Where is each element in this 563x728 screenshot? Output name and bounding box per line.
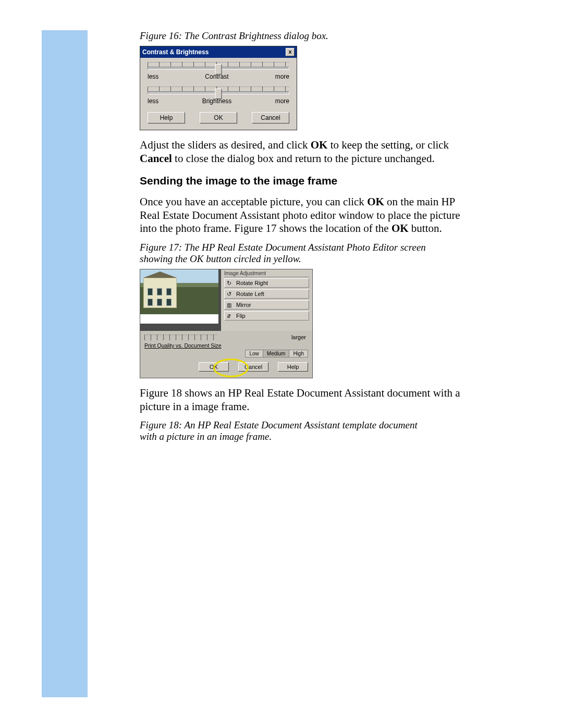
size-slider-row: larger — [140, 331, 312, 341]
rotate-right-icon — [227, 280, 233, 286]
house-photo — [140, 269, 218, 314]
document-page: Figure 16: The Contrast Brightness dialo… — [0, 0, 563, 728]
left-margin-bar — [42, 30, 88, 697]
photo-editor-screenshot: Image Adjustment Rotate Right Rotate Lef… — [140, 269, 313, 378]
quality-row: Print Quality vs. Document Size — [140, 341, 312, 350]
contrast-thumb[interactable] — [215, 64, 222, 75]
quality-high[interactable]: High — [289, 350, 308, 357]
close-icon[interactable]: x — [286, 48, 295, 56]
size-slider[interactable] — [144, 335, 217, 340]
dialog-button-row: Help OK Cancel — [140, 107, 297, 130]
flip-label: Flip — [236, 313, 246, 319]
help-button[interactable]: Help — [148, 112, 185, 124]
image-adjustment-panel: Image Adjustment Rotate Right Rotate Lef… — [221, 269, 312, 331]
mirror-icon — [227, 302, 233, 308]
brightness-more-label: more — [275, 97, 289, 105]
figure18-caption: Figure 18: An HP Real Estate Document As… — [88, 419, 432, 442]
contrast-track[interactable] — [148, 67, 289, 70]
brightness-slider-block: less Brightness more — [140, 82, 297, 107]
contrast-slider-block: less Contrast more — [140, 58, 297, 82]
rotate-left-icon — [227, 291, 233, 297]
rotate-left-button[interactable]: Rotate Left — [224, 289, 309, 299]
flip-button[interactable]: Flip — [224, 311, 309, 320]
contrast-more-label: more — [275, 73, 289, 80]
figure17-caption: Figure 17: The HP Real Estate Document A… — [88, 242, 432, 265]
dialog-title: Contrast & Brightness — [142, 48, 209, 56]
ok-button[interactable]: OK — [200, 112, 237, 124]
contrast-brightness-dialog: Contrast & Brightness x less Contrast mo… — [140, 46, 297, 130]
larger-label: larger — [291, 334, 308, 340]
quality-medium[interactable]: Medium — [263, 350, 290, 357]
editor-ok-button[interactable]: OK — [199, 362, 229, 372]
panel-heading: Image Adjustment — [224, 270, 309, 277]
paragraph-figure18-intro: Figure 18 shows an HP Real Estate Docume… — [88, 387, 463, 413]
editor-cancel-button[interactable]: Cancel — [238, 362, 268, 372]
house-icon — [143, 278, 177, 308]
mirror-label: Mirror — [236, 302, 251, 308]
editor-help-button[interactable]: Help — [278, 362, 308, 372]
cancel-button[interactable]: Cancel — [252, 112, 289, 124]
brightness-track[interactable] — [148, 91, 289, 94]
contrast-less-label: less — [148, 73, 158, 80]
brightness-thumb[interactable] — [215, 89, 222, 99]
photo-preview-area — [140, 269, 221, 331]
editor-button-row: OK Cancel Help — [140, 359, 312, 378]
quality-segmented[interactable]: Low Medium High — [245, 350, 308, 357]
flip-icon — [227, 313, 233, 319]
paragraph-send-image: Once you have an acceptable picture, you… — [88, 195, 463, 236]
paragraph-adjust-sliders: Adjust the sliders as desired, and click… — [88, 139, 463, 165]
figure16-caption: Figure 16: The Contrast Brightness dialo… — [88, 30, 463, 42]
rotate-right-button[interactable]: Rotate Right — [224, 278, 309, 288]
photo-blank-strip — [140, 314, 218, 324]
rotate-right-label: Rotate Right — [236, 280, 268, 286]
section-heading: Sending the image to the image frame — [88, 175, 463, 187]
content-column: Figure 16: The Contrast Brightness dialo… — [88, 30, 463, 447]
quality-label: Print Quality vs. Document Size — [144, 342, 308, 349]
rotate-left-label: Rotate Left — [236, 291, 264, 297]
brightness-less-label: less — [148, 97, 158, 105]
mirror-button[interactable]: Mirror — [224, 300, 309, 310]
dialog-titlebar: Contrast & Brightness x — [140, 46, 297, 58]
quality-low[interactable]: Low — [246, 350, 263, 357]
